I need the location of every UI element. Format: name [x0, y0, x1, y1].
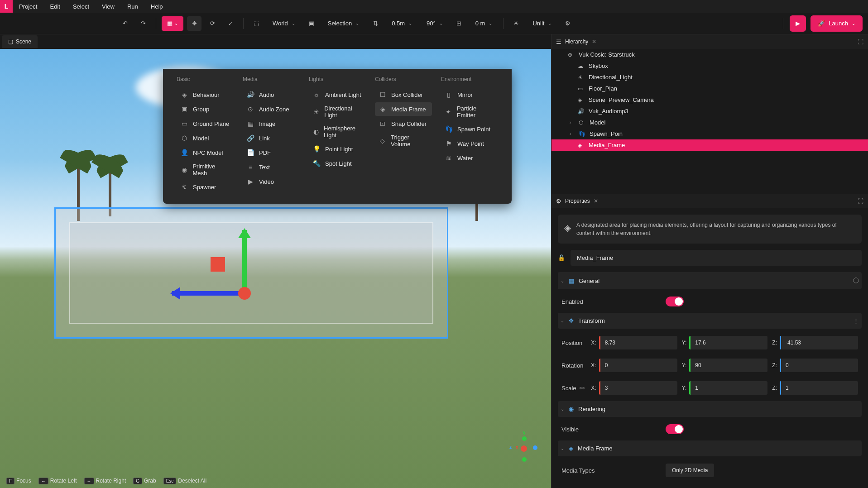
snap-rotate-dropdown[interactable]: 90°⌄ — [421, 16, 448, 31]
hier-skybox[interactable]: ☁Skybox — [551, 60, 868, 72]
rotation-x-input[interactable] — [599, 359, 677, 372]
undo-button[interactable]: ↶ — [118, 16, 132, 31]
add-behaviour[interactable]: ◈Behaviour — [177, 88, 234, 101]
add-model[interactable]: ⬡Model — [177, 131, 234, 145]
add-spawn-point[interactable]: 👣Spawn Point — [441, 122, 498, 136]
grid-dropdown[interactable]: 0 m⌄ — [470, 16, 498, 31]
add-group[interactable]: ▣Group — [177, 102, 234, 116]
add-trigger-volume[interactable]: ◇Trigger Volume — [375, 131, 432, 150]
gizmo-x-axis[interactable] — [172, 291, 245, 296]
add-pdf[interactable]: 📄PDF — [243, 146, 300, 159]
section-transform[interactable]: ⌄✥ Transform ⋮ — [558, 313, 862, 329]
enabled-toggle[interactable] — [666, 297, 684, 306]
hierarchy-tool[interactable]: ⬚ — [249, 16, 264, 31]
add-spot-light[interactable]: 🔦Spot Light — [309, 157, 366, 170]
shading-dropdown[interactable]: Unlit⌄ — [527, 16, 557, 31]
scale-link-icon[interactable]: ⚯ — [580, 385, 585, 392]
gizmo-plane-handle[interactable] — [211, 257, 225, 272]
add-directional-light[interactable]: ☀Directional Light — [309, 102, 366, 121]
settings-icon[interactable]: ⚙ — [561, 16, 575, 31]
hierarchy-expand[interactable]: ⛶ — [858, 38, 863, 45]
add-primitive-mesh[interactable]: ◉Primitive Mesh — [177, 160, 234, 179]
media-frame-object[interactable] — [54, 207, 448, 339]
add-ground-plane[interactable]: ▭Ground Plane — [177, 117, 234, 130]
status-focus[interactable]: FFocus — [4, 477, 34, 485]
status-grab[interactable]: GGrab — [130, 477, 158, 485]
hier-model[interactable]: ›⬡Model — [551, 117, 868, 128]
object-name-input[interactable] — [571, 250, 862, 266]
add-spawner[interactable]: ↯Spawner — [177, 180, 234, 194]
space-dropdown[interactable]: World⌄ — [267, 16, 301, 31]
position-y-input[interactable] — [689, 336, 767, 349]
add-audio[interactable]: 🔊Audio — [243, 88, 300, 101]
section-rendering[interactable]: ⌄◉ Rendering — [558, 401, 862, 417]
menu-view[interactable]: View — [96, 0, 121, 13]
scale-z-input[interactable] — [780, 381, 858, 395]
add-media-frame[interactable]: ◈Media Frame — [375, 102, 432, 116]
add-npc-model[interactable]: 👤NPC Model — [177, 146, 234, 159]
snap-move-dropdown[interactable]: 0.5m⌄ — [386, 16, 417, 31]
scale-x-input[interactable] — [599, 381, 677, 395]
hierarchy-close[interactable]: ✕ — [592, 38, 596, 45]
add-particle-emitter[interactable]: ✦Particle Emitter — [441, 102, 498, 121]
visible-toggle[interactable] — [666, 424, 684, 434]
menu-run[interactable]: Run — [121, 0, 144, 13]
general-info-icon[interactable]: ⓘ — [853, 277, 859, 285]
add-box-collider[interactable]: ☐Box Collider — [375, 88, 432, 101]
rotation-y-input[interactable] — [689, 359, 767, 372]
status-rotate-right[interactable]: →Rotate Right — [82, 477, 129, 485]
app-logo[interactable]: L — [0, 0, 13, 13]
add-link[interactable]: 🔗Link — [243, 131, 300, 145]
redo-button[interactable]: ↷ — [136, 16, 150, 31]
gizmo-y-axis[interactable] — [242, 230, 247, 293]
add-point-light[interactable]: 💡Point Light — [309, 142, 366, 156]
add-water[interactable]: ≋Water — [441, 151, 498, 165]
launch-button[interactable]: 🚀Launch⌄ — [810, 15, 863, 32]
position-z-input[interactable] — [780, 336, 858, 349]
add-object-button[interactable]: ▦ ⌄ — [162, 16, 183, 31]
properties-close[interactable]: ✕ — [594, 198, 598, 204]
add-way-point[interactable]: ⚑Way Point — [441, 137, 498, 150]
menu-select[interactable]: Select — [67, 0, 96, 13]
menu-edit[interactable]: Edit — [43, 0, 66, 13]
add-audio-zone[interactable]: ⊙Audio Zone — [243, 102, 300, 116]
pivot-icon[interactable]: ▣ — [304, 16, 319, 31]
hier-floor-plan[interactable]: ▭Floor_Plan — [551, 83, 868, 94]
status-rotate-left[interactable]: ←Rotate Left — [36, 477, 80, 485]
scale-y-input[interactable] — [689, 381, 767, 395]
hier-root[interactable]: ⊕Vuk Cosic: Starstruck — [551, 49, 868, 60]
add-snap-collider[interactable]: ⊡Snap Collider — [375, 117, 432, 130]
position-x-input[interactable] — [599, 336, 677, 349]
hier-directional-light[interactable]: ☀Directional_Light — [551, 72, 868, 83]
tab-scene[interactable]: ▢Scene — [2, 35, 38, 48]
add-mirror[interactable]: ▯Mirror — [441, 88, 498, 101]
menu-help[interactable]: Help — [144, 0, 169, 13]
pivot-dropdown[interactable]: Selection⌄ — [322, 16, 364, 31]
section-media-frame[interactable]: ⌄◈ Media Frame — [558, 440, 862, 456]
play-button[interactable]: ▶ — [790, 15, 806, 32]
rotate-tool[interactable]: ⟳ — [205, 16, 220, 31]
media-types-value[interactable]: Only 2D Media — [666, 464, 714, 477]
rotation-z-input[interactable] — [780, 359, 858, 372]
add-text[interactable]: ≡Text — [243, 160, 300, 174]
hier-audio[interactable]: 🔊Vuk_Audiomp3 — [551, 105, 868, 117]
status-deselect[interactable]: EscDeselect All — [161, 477, 209, 485]
add-image[interactable]: ▦Image — [243, 117, 300, 130]
transform-more-icon[interactable]: ⋮ — [853, 317, 859, 324]
add-video[interactable]: ▶Video — [243, 175, 300, 188]
lock-icon[interactable]: 🔓 — [558, 254, 565, 261]
section-general[interactable]: ⌄▦ General ⓘ — [558, 272, 862, 289]
add-ambient-light[interactable]: ☼Ambient Light — [309, 88, 366, 101]
navigation-gizmo[interactable]: x y z — [506, 434, 542, 470]
menu-project[interactable]: Project — [13, 0, 43, 13]
properties-expand[interactable]: ⛶ — [858, 198, 863, 205]
move-tool[interactable]: ✥ — [187, 16, 201, 31]
hier-media-frame[interactable]: ◈Media_Frame — [551, 139, 868, 151]
hier-spawn[interactable]: ›👣Spawn_Poin — [551, 128, 868, 139]
grid-icon[interactable]: ⊞ — [452, 16, 466, 31]
gizmo-center[interactable] — [238, 287, 251, 300]
hier-camera[interactable]: ◈Scene_Preview_Camera — [551, 94, 868, 105]
add-hemisphere-light[interactable]: ◐Hemisphere Light — [309, 122, 366, 141]
snap-move-icon[interactable]: ⇅ — [368, 16, 383, 31]
scale-tool[interactable]: ⤢ — [223, 16, 238, 31]
